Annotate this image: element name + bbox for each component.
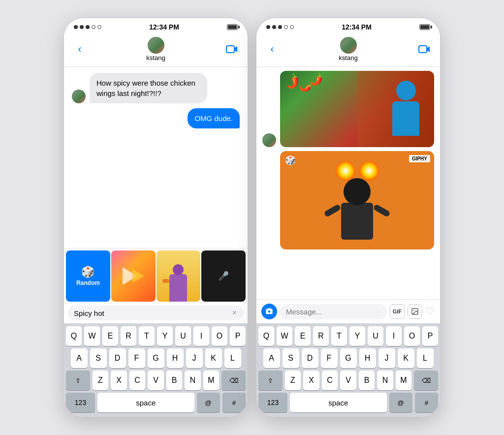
gif-random[interactable]: 🎲 Random (66, 250, 110, 302)
dot-r1 (266, 25, 270, 29)
key-r-X[interactable]: X (303, 371, 319, 390)
key-r-D[interactable]: D (302, 348, 318, 368)
nav-center-right[interactable]: kstang (339, 37, 357, 62)
key-r-E[interactable]: E (295, 326, 311, 346)
key-r-C[interactable]: C (322, 371, 338, 390)
video-button-left[interactable] (224, 41, 240, 57)
gif-item-1[interactable] (111, 250, 156, 302)
nav-center-left[interactable]: kstang (146, 37, 165, 62)
photo-button[interactable] (408, 304, 422, 319)
avatar-right (340, 37, 357, 54)
search-clear-left[interactable]: × (231, 309, 238, 317)
key-X[interactable]: X (111, 371, 127, 390)
key-r-Q[interactable]: Q (258, 326, 274, 346)
key-B[interactable]: B (166, 371, 183, 390)
key-r-R[interactable]: R (313, 326, 329, 346)
gif-button[interactable]: GIF (390, 304, 405, 319)
key-r-B[interactable]: B (359, 371, 375, 390)
camera-icon (265, 308, 273, 315)
key-r-P[interactable]: P (422, 326, 438, 346)
key-H[interactable]: H (167, 348, 184, 368)
gif-dark-emoji: 🎤 (218, 271, 229, 281)
key-U[interactable]: U (175, 326, 191, 346)
battery-right (419, 24, 430, 30)
key-r-at[interactable]: @ (389, 393, 412, 412)
key-hash[interactable]: # (222, 393, 246, 412)
giphy-badge: GIPHY (409, 155, 430, 162)
gif-panel-left: 🎲 Random (64, 248, 248, 323)
key-r-L[interactable]: L (417, 348, 434, 368)
video-button-right[interactable] (416, 41, 432, 57)
key-I[interactable]: I (193, 326, 209, 346)
key-r-T[interactable]: T (331, 326, 347, 346)
key-R[interactable]: R (121, 326, 136, 346)
key-r-M[interactable]: M (396, 371, 412, 390)
key-r-O[interactable]: O (404, 326, 420, 346)
key-r-123[interactable]: 123 (258, 393, 287, 412)
key-O[interactable]: O (212, 326, 227, 346)
gif-large-1-bg: 🌶️ 🌶️ 🌶️ (280, 71, 434, 147)
message-input-bar-right: GIF ♡ (256, 299, 440, 323)
heart-button[interactable]: ♡ (425, 305, 435, 318)
key-N[interactable]: N (185, 371, 201, 390)
key-r-W[interactable]: W (277, 326, 292, 346)
figure-arm-left (162, 279, 169, 283)
key-J[interactable]: J (186, 348, 203, 368)
key-r-A[interactable]: A (263, 348, 280, 368)
key-r-shift[interactable]: ⇧ (258, 371, 283, 390)
key-L[interactable]: L (224, 348, 241, 368)
camera-button[interactable] (261, 304, 277, 319)
key-at[interactable]: @ (197, 393, 220, 412)
key-backspace[interactable]: ⌫ (221, 371, 246, 390)
key-P[interactable]: P (230, 326, 246, 346)
key-r-K[interactable]: K (398, 348, 414, 368)
key-M[interactable]: M (203, 371, 220, 390)
key-G[interactable]: G (148, 348, 164, 368)
gif-item-3[interactable]: 🎤 (201, 250, 246, 302)
key-F[interactable]: F (128, 348, 145, 368)
key-Y[interactable]: Y (157, 326, 173, 346)
nav-bar-right: ‹ kstang (256, 34, 440, 67)
key-r-Z[interactable]: Z (285, 371, 301, 390)
key-r-space[interactable]: space (290, 393, 387, 412)
arm-right (373, 204, 390, 218)
key-r-G[interactable]: G (340, 348, 357, 368)
key-r-N[interactable]: N (377, 371, 393, 390)
back-button-left[interactable]: ‹ (72, 41, 88, 57)
gif-item-2[interactable] (157, 250, 201, 302)
message-input-right[interactable] (280, 304, 387, 319)
key-r-H[interactable]: H (359, 348, 376, 368)
key-K[interactable]: K (205, 348, 222, 368)
key-r-I[interactable]: I (386, 326, 402, 346)
key-Q[interactable]: Q (66, 326, 82, 346)
back-button-right[interactable]: ‹ (264, 41, 280, 57)
key-r-backspace[interactable]: ⌫ (414, 371, 438, 390)
gif-random-content: 🎲 Random (66, 250, 110, 302)
gif-large-2: 🎲 GIPHY (280, 151, 434, 249)
person-silhouette (392, 81, 419, 136)
key-r-S[interactable]: S (283, 348, 299, 368)
key-space[interactable]: space (97, 393, 194, 412)
key-r-J[interactable]: J (378, 348, 395, 368)
key-W[interactable]: W (84, 326, 100, 346)
key-V[interactable]: V (148, 371, 164, 390)
key-r-U[interactable]: U (368, 326, 383, 346)
search-input-left[interactable] (74, 309, 231, 317)
key-r-V[interactable]: V (340, 371, 356, 390)
key-r-F[interactable]: F (321, 348, 338, 368)
key-shift[interactable]: ⇧ (66, 371, 90, 390)
key-123[interactable]: 123 (66, 393, 95, 412)
key-A[interactable]: A (71, 348, 88, 368)
key-Z[interactable]: Z (93, 371, 109, 390)
search-bar-left[interactable]: × (68, 306, 244, 320)
battery-fill-right (420, 25, 429, 29)
key-D[interactable]: D (109, 348, 126, 368)
key-E[interactable]: E (102, 326, 118, 346)
key-S[interactable]: S (90, 348, 107, 368)
avatar-img-right (340, 37, 357, 54)
key-T[interactable]: T (139, 326, 155, 346)
key-r-Y[interactable]: Y (349, 326, 365, 346)
key-r-hash[interactable]: # (415, 393, 438, 412)
dot-2 (80, 25, 84, 29)
key-C[interactable]: C (129, 371, 146, 390)
